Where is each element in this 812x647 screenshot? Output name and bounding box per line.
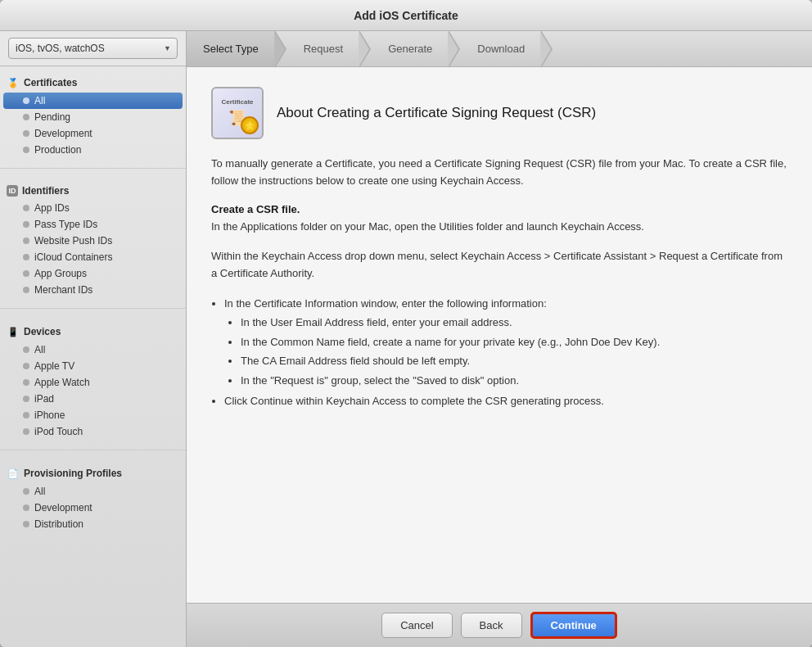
section-text: In the Applications folder on your Mac, … [211, 219, 787, 236]
sidebar: iOS, tvOS, watchOS macOS 🏅 Certificates … [0, 31, 187, 647]
platform-select-wrap[interactable]: iOS, tvOS, watchOS macOS [8, 38, 178, 59]
dot-icon [23, 114, 29, 120]
sidebar-item-pass-type-ids[interactable]: Pass Type IDs [0, 216, 186, 233]
sidebar-item-label: Development [34, 128, 92, 139]
intro-text: To manually generate a Certificate, you … [211, 156, 787, 190]
sidebar-item-iphone[interactable]: iPhone [0, 407, 186, 423]
dot-icon [23, 254, 29, 260]
dot-icon [23, 521, 29, 527]
sidebar-section-certificates: 🏅 Certificates All Pending Development [0, 66, 186, 161]
sidebar-item-label: Production [34, 144, 81, 156]
dot-icon [23, 379, 29, 386]
sub-bullet-3: The CA Email Address field should be lef… [241, 353, 787, 369]
bullet-item-1: In the Certificate Information window, e… [224, 296, 787, 389]
sidebar-section-devices: 📱 Devices All Apple TV Apple Watch [0, 315, 186, 443]
step-label: Request [304, 43, 343, 55]
sidebar-item-pending[interactable]: Pending [0, 109, 186, 125]
cancel-button[interactable]: Cancel [381, 613, 452, 638]
sidebar-item-apple-watch[interactable]: Apple Watch [0, 374, 186, 391]
bullet-item-2: Click Continue within Keychain Access to… [224, 393, 787, 409]
step-label: Generate [388, 43, 432, 55]
devices-label: Devices [24, 326, 61, 337]
sub-bullet-2: In the Common Name field, create a name … [241, 334, 787, 351]
dot-icon [23, 412, 29, 419]
sidebar-item-all-devices[interactable]: All [0, 342, 186, 358]
main-bullet-list: In the Certificate Information window, e… [224, 296, 787, 409]
sidebar-item-development[interactable]: Development [0, 125, 186, 142]
sidebar-item-label: Website Push IDs [34, 235, 112, 247]
platform-select[interactable]: iOS, tvOS, watchOS macOS [8, 38, 178, 59]
sidebar-item-label: Pass Type IDs [34, 219, 97, 230]
sidebar-item-app-ids[interactable]: App IDs [0, 200, 186, 216]
dot-icon [23, 270, 29, 277]
dot-icon [23, 238, 29, 244]
sidebar-item-production[interactable]: Production [0, 142, 186, 158]
sidebar-item-label: Apple Watch [34, 377, 90, 388]
continue-button[interactable]: Continue [530, 612, 617, 639]
content-area: Certificate 📜 ⭐ About Creating a Certifi… [187, 67, 812, 603]
certificate-icon: Certificate 📜 ⭐ [211, 87, 264, 139]
identifiers-icon: ID [7, 185, 18, 197]
sidebar-section-identifiers: ID Identifiers App IDs Pass Type IDs Web… [0, 175, 186, 301]
bottom-bar: Cancel Back Continue [187, 603, 812, 647]
sidebar-item-label: Apple TV [34, 360, 74, 372]
certificates-section-title: 🏅 Certificates [0, 73, 186, 93]
certificates-label: Certificates [24, 77, 77, 88]
sidebar-item-ipod-touch[interactable]: iPod Touch [0, 423, 186, 440]
provisioning-icon: 📄 [7, 467, 20, 480]
steps-bar: Select Type Request Generate Download [187, 31, 812, 67]
dot-icon [23, 130, 29, 137]
sidebar-item-app-groups[interactable]: App Groups [0, 265, 186, 282]
sidebar-item-label: Development [34, 502, 92, 514]
dot-icon [23, 488, 29, 495]
sidebar-item-label: iPod Touch [34, 426, 83, 437]
provisioning-section-title: 📄 Provisioning Profiles [0, 464, 186, 483]
devices-section-title: 📱 Devices [0, 322, 186, 342]
sidebar-item-apple-tv[interactable]: Apple TV [0, 358, 186, 374]
sidebar-item-icloud-containers[interactable]: iCloud Containers [0, 249, 186, 265]
step-label: Download [477, 43, 525, 55]
sidebar-item-development-profiles[interactable]: Development [0, 500, 186, 516]
sidebar-item-label: App IDs [34, 202, 70, 214]
cert-seal: ⭐ [241, 116, 259, 134]
dot-icon [23, 221, 29, 228]
sidebar-item-website-push-ids[interactable]: Website Push IDs [0, 233, 186, 249]
bullet-text: In the Certificate Information window, e… [224, 297, 547, 310]
certificates-icon: 🏅 [7, 76, 20, 89]
sidebar-item-label: Pending [34, 111, 70, 123]
sidebar-item-merchant-ids[interactable]: Merchant IDs [0, 282, 186, 298]
main-window: Add iOS Certificate iOS, tvOS, watchOS m… [0, 0, 812, 647]
titlebar: Add iOS Certificate [0, 0, 812, 31]
sidebar-item-label: Merchant IDs [34, 284, 92, 296]
sidebar-item-label: All [34, 486, 45, 497]
identifiers-label: Identifiers [22, 185, 69, 197]
dot-icon [23, 363, 29, 369]
sidebar-item-label: Distribution [34, 518, 83, 530]
step-label: Select Type [203, 43, 259, 55]
sidebar-item-all[interactable]: All [3, 93, 183, 109]
csr-title: About Creating a Certificate Signing Req… [277, 105, 596, 121]
step-select-type[interactable]: Select Type [187, 31, 275, 66]
dot-icon [23, 205, 29, 211]
dot-icon [23, 287, 29, 293]
section-heading: Create a CSR file. [211, 203, 787, 215]
sub-bullet-4: In the "Request is" group, select the "S… [241, 373, 787, 389]
step-download[interactable]: Download [449, 31, 541, 66]
back-button[interactable]: Back [461, 613, 522, 638]
sidebar-item-all-profiles[interactable]: All [0, 483, 186, 500]
sidebar-item-ipad[interactable]: iPad [0, 391, 186, 407]
devices-icon: 📱 [7, 325, 20, 338]
dot-icon [23, 504, 29, 511]
sidebar-item-label: iPad [34, 393, 54, 405]
main-content: Select Type Request Generate Download [187, 31, 812, 647]
sub-bullet-1: In the User Email Address field, enter y… [241, 314, 787, 331]
dot-icon [23, 428, 29, 435]
sidebar-item-label: iCloud Containers [34, 251, 112, 263]
sidebar-item-distribution-profiles[interactable]: Distribution [0, 516, 186, 532]
step-generate[interactable]: Generate [359, 31, 449, 66]
dot-icon [23, 97, 29, 104]
step-request[interactable]: Request [275, 31, 359, 66]
provisioning-label: Provisioning Profiles [24, 468, 122, 479]
sidebar-item-label: All [34, 95, 45, 106]
sidebar-item-label: App Groups [34, 268, 87, 279]
